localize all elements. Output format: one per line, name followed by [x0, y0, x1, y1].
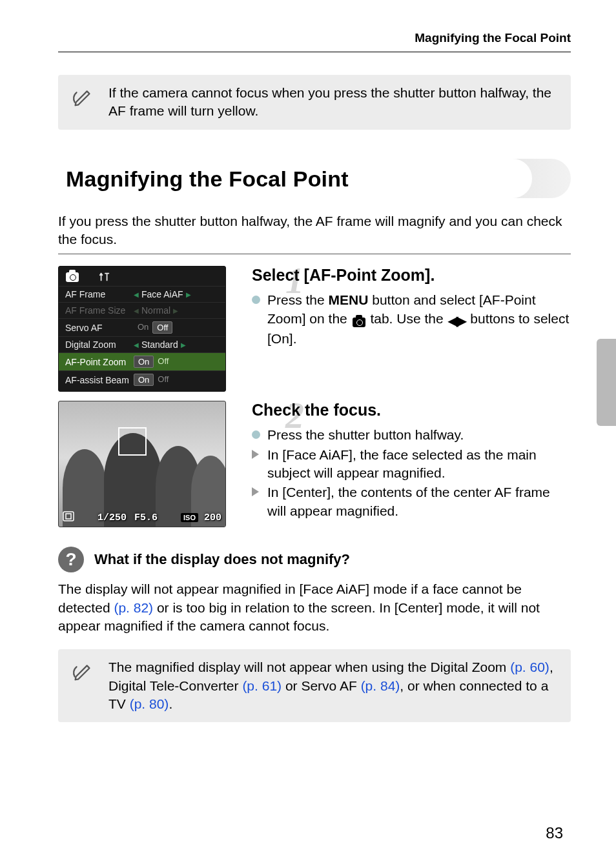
af-frame-overlay: [118, 427, 147, 456]
menu-row-label: Digital Zoom: [65, 339, 130, 350]
question-body: The display will not appear magnified in…: [58, 580, 571, 635]
shutter-speed-value: 1/250: [98, 512, 127, 523]
photo-preview-screenshot: 1/250 F5.6 ISO 200: [58, 401, 226, 527]
menu-row-label: AF Frame Size: [65, 305, 130, 316]
camera-tab-inline-icon: [353, 312, 365, 330]
page-ref-link[interactable]: (p. 84): [361, 678, 400, 693]
bullet-icon: [252, 430, 261, 444]
menu-row: Digital Zoom◀ Standard ▶: [59, 336, 225, 352]
menu-tab-bar: [59, 267, 225, 286]
info-note-text: If the camera cannot focus when you pres…: [108, 84, 557, 121]
step2-title: Check the focus.: [252, 401, 571, 419]
section-heading-wrap: Magnifying the Focal Point: [58, 159, 571, 198]
svg-rect-1: [66, 514, 71, 519]
menu-row-label: AF-Point Zoom: [65, 357, 130, 367]
menu-row: AF Frame◀ Face AiAF ▶: [59, 286, 225, 302]
running-header: Magnifying the Focal Point: [58, 31, 571, 45]
menu-row-value: ◀ Normal ▶: [130, 305, 219, 316]
header-rule: [58, 52, 571, 52]
pencil-icon: [70, 84, 97, 108]
tools-tab-icon: [96, 270, 113, 284]
result-arrow-icon: [252, 487, 261, 520]
info-note-bottom-text: The magnified display will not appear wh…: [108, 658, 557, 713]
menu-row-label: AF-assist Beam: [65, 375, 130, 385]
section-heading: Magnifying the Focal Point: [66, 167, 528, 192]
left-right-arrow-icon: ◀▶: [448, 312, 465, 330]
info-note-top: If the camera cannot focus when you pres…: [58, 75, 571, 130]
menu-word: MENU: [329, 292, 369, 307]
menu-row-label: AF Frame: [65, 289, 130, 299]
svg-rect-0: [63, 512, 74, 521]
camera-tab-icon: [64, 270, 81, 284]
menu-row-value: ◀ Standard ▶: [130, 339, 219, 350]
step2-result-1: In [Face AiAF], the face selected as the…: [252, 446, 571, 483]
menu-row-value: OnOff: [130, 321, 219, 334]
menu-row: Servo AFOnOff: [59, 318, 225, 336]
step1-title: Select [AF-Point Zoom].: [252, 266, 571, 285]
page-ref-link[interactable]: (p. 80): [130, 696, 169, 711]
menu-screenshot: AF Frame◀ Face AiAF ▶AF Frame Size◀ Norm…: [58, 266, 226, 392]
review-icon: [63, 511, 74, 525]
menu-row-value: OnOff: [130, 374, 219, 386]
aperture-value: F5.6: [134, 512, 158, 523]
menu-row-value: OnOff: [130, 356, 219, 368]
page-number: 83: [546, 824, 563, 842]
pencil-icon: [70, 658, 97, 683]
menu-row: AF Frame Size◀ Normal ▶: [59, 302, 225, 318]
question-heading: What if the display does not magnify?: [94, 551, 350, 568]
intro-paragraph: If you press the shutter button halfway,…: [58, 212, 571, 249]
intro-rule: [58, 254, 571, 254]
step2-result-2: In [Center], the contents of the center …: [252, 483, 571, 520]
bullet-icon: [252, 296, 261, 348]
menu-row-label: Servo AF: [65, 323, 130, 333]
iso-value: 200: [204, 512, 221, 523]
result-arrow-icon: [252, 450, 261, 483]
page-ref-link[interactable]: (p. 60): [510, 660, 549, 674]
menu-row: AF-Point ZoomOnOff: [59, 352, 225, 370]
iso-badge: ISO: [181, 513, 198, 522]
menu-row: AF-assist BeamOnOff: [59, 370, 225, 389]
info-note-bottom: The magnified display will not appear wh…: [58, 649, 571, 722]
page-ref-link[interactable]: (p. 82): [114, 600, 153, 615]
menu-row-value: ◀ Face AiAF ▶: [130, 289, 219, 299]
page-ref-link[interactable]: (p. 61): [242, 678, 282, 693]
question-mark-icon: ?: [58, 547, 84, 572]
